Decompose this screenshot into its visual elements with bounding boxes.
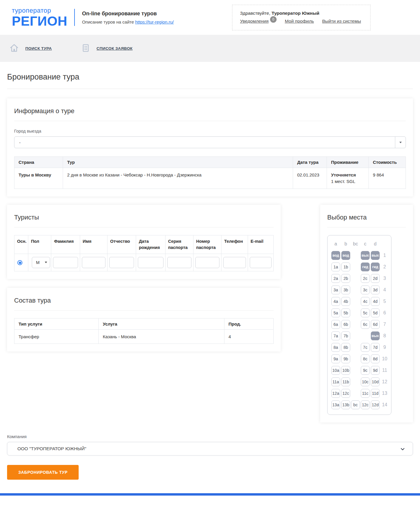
seat-6c[interactable]: 6c xyxy=(361,320,370,329)
main-nav: ПОИСК ТУРА СПИСОК ЗАЯВОК xyxy=(0,35,420,62)
tours-col-accommodation: Проживание xyxy=(327,157,369,168)
seat-3c[interactable]: 3c xyxy=(361,285,370,294)
seat-7a[interactable]: 7a xyxy=(331,331,340,340)
logout-link[interactable]: Выйти из системы xyxy=(322,19,361,24)
surname-input[interactable] xyxy=(53,257,78,268)
seat-5a[interactable]: 5a xyxy=(331,308,340,317)
departure-city-select[interactable]: - xyxy=(14,136,406,148)
seat-8c[interactable]: 8c xyxy=(361,354,370,363)
seat-10d[interactable]: 10d xyxy=(371,377,380,386)
seat-1b[interactable]: 1b xyxy=(341,263,350,271)
tourists-col-surname: Фамилия xyxy=(51,235,80,254)
duration-cell: 4 xyxy=(224,329,273,344)
patronymic-cell xyxy=(108,254,136,271)
seat-вод-icon: вод xyxy=(331,251,340,260)
gender-select[interactable]: М xyxy=(32,257,50,268)
seat-2b[interactable]: 2b xyxy=(341,274,350,283)
table-row: Трансфер Казань - Москва 4 xyxy=(14,329,274,344)
nav-search-tour[interactable]: ПОИСК ТУРА xyxy=(9,43,52,54)
seat-9d[interactable]: 9d xyxy=(371,366,380,375)
seat-7c[interactable]: 7c xyxy=(361,343,370,352)
patronymic-input[interactable] xyxy=(109,257,134,268)
seat-8a[interactable]: 8a xyxy=(331,343,340,352)
accommodation-status: Уточняется xyxy=(331,172,356,177)
seat-6d[interactable]: 6d xyxy=(371,320,380,329)
seat-4a[interactable]: 4a xyxy=(331,297,340,306)
seat-6b[interactable]: 6b xyxy=(341,320,350,329)
app-subtitle: Описание туров на сайте https://tur-regi… xyxy=(82,19,174,24)
seat-5d[interactable]: 5d xyxy=(371,308,380,317)
seat-column-letter: d xyxy=(374,241,377,247)
seat-12c[interactable]: 12c xyxy=(341,389,350,398)
seat-2d[interactable]: 2d xyxy=(371,274,380,283)
seat-column-letter: a xyxy=(335,241,337,247)
section-divider xyxy=(14,227,274,227)
seat-4d[interactable]: 4d xyxy=(371,297,380,306)
seat-13b[interactable]: 13b xyxy=(341,400,350,409)
seat-11c[interactable]: 11c xyxy=(361,389,370,398)
notifications-link[interactable]: Уведомления xyxy=(240,19,269,24)
seat-1a[interactable]: 1a xyxy=(331,263,340,271)
seat-4b[interactable]: 4b xyxy=(341,297,350,306)
seat-row-number: 8 xyxy=(383,333,386,339)
nav-requests-list-label: СПИСОК ЗАЯВОК xyxy=(97,46,133,51)
seat-9c[interactable]: 9c xyxy=(361,366,370,375)
greeting-prefix: Здравствуйте, xyxy=(240,11,270,16)
email-input[interactable] xyxy=(250,257,272,268)
seat-10c[interactable]: 10c xyxy=(361,377,370,386)
seat-13a[interactable]: 13a xyxy=(331,400,340,409)
seat-6a[interactable]: 6a xyxy=(331,320,340,329)
seat-9a[interactable]: 9a xyxy=(331,354,340,363)
seat-bc[interactable]: bc xyxy=(351,400,360,409)
seat-gap xyxy=(351,366,360,375)
seat-3b[interactable]: 3b xyxy=(341,285,350,294)
passport-series-input[interactable] xyxy=(167,257,191,268)
phone-input[interactable] xyxy=(223,257,246,268)
logo-line2: РЕГИОН xyxy=(12,14,67,28)
seat-3d[interactable]: 3d xyxy=(371,285,380,294)
seat-2a[interactable]: 2a xyxy=(331,274,340,283)
main-content: Бронирование тура Информация о туре Горо… xyxy=(0,72,420,480)
seat-12a[interactable]: 12a xyxy=(331,389,340,398)
nav-requests-list[interactable]: СПИСОК ЗАЯВОК xyxy=(81,44,133,53)
seat-11b[interactable]: 11b xyxy=(341,377,350,386)
name-input[interactable] xyxy=(82,257,105,268)
seat-7b[interactable]: 7b xyxy=(341,331,350,340)
seat-8d[interactable]: 8d xyxy=(371,354,380,363)
seat-12c[interactable]: 12c xyxy=(361,400,370,409)
seat-row-number: 12 xyxy=(382,379,387,384)
company-select[interactable]: ООО "ТУРОПЕРАТОР ЮЖНЫЙ" xyxy=(7,442,413,456)
tourists-col-birthdate: Дата рождения xyxy=(136,235,165,254)
main-tourist-radio[interactable] xyxy=(17,260,22,265)
accommodation-detail: 1 мест. SGL xyxy=(331,179,355,184)
seat-5c[interactable]: 5c xyxy=(361,308,370,317)
seat-3a[interactable]: 3a xyxy=(331,285,340,294)
seat-8b[interactable]: 8b xyxy=(341,343,350,352)
seat-column-letter: bc xyxy=(353,241,358,247)
seat-11d[interactable]: 11d xyxy=(371,389,380,398)
passport-number-cell xyxy=(194,254,221,271)
seat-gap xyxy=(351,251,360,260)
book-tour-button[interactable]: ЗАБРОНИРОВАТЬ ТУР xyxy=(7,465,79,480)
seat-5b[interactable]: 5b xyxy=(341,308,350,317)
seat-map-grid: abbccdводводвыхвых11a1bгидгид22a2b2c2d33… xyxy=(331,240,391,409)
birthdate-input[interactable] xyxy=(138,257,163,268)
notifications-badge: 0 xyxy=(270,16,277,23)
seat-11a[interactable]: 11a xyxy=(331,377,340,386)
tours-table-header-row: Страна Тур Дата тура Проживание Стоимост… xyxy=(14,157,406,168)
seat-12d[interactable]: 12d xyxy=(371,400,380,409)
document-list-icon xyxy=(81,44,90,53)
seat-4c[interactable]: 4c xyxy=(361,297,370,306)
seat-gap xyxy=(351,343,360,352)
site-header: туроператор РЕГИОН On-line бронирование … xyxy=(0,0,420,35)
seat-2c[interactable]: 2c xyxy=(361,274,370,283)
tour-country-cell: Туры в Москву xyxy=(14,168,63,189)
passport-number-input[interactable] xyxy=(195,257,219,268)
seat-10a[interactable]: 10a xyxy=(331,366,340,375)
seat-gap xyxy=(351,377,360,386)
profile-link[interactable]: Мой профиль xyxy=(285,19,314,24)
site-link[interactable]: https://tur-region.ru/ xyxy=(135,19,174,24)
seat-7d[interactable]: 7d xyxy=(371,343,380,352)
seat-9b[interactable]: 9b xyxy=(341,354,350,363)
seat-10b[interactable]: 10b xyxy=(341,366,350,375)
